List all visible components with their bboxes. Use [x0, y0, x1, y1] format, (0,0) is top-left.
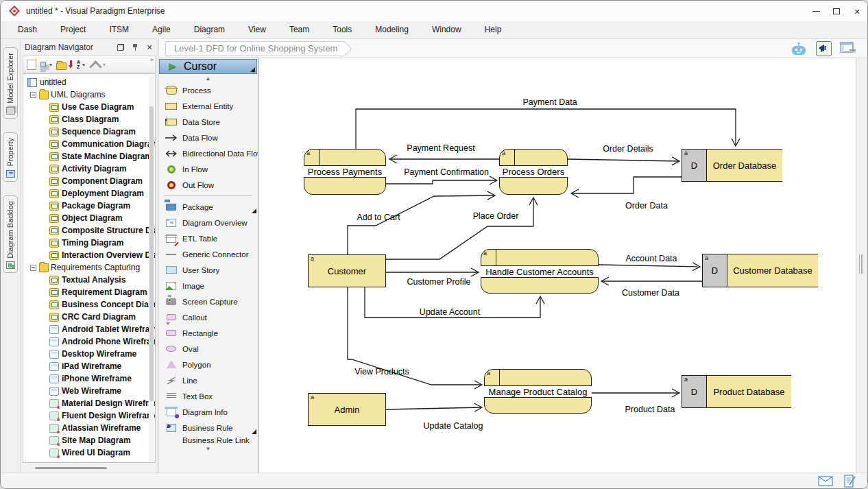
flow-label-add-to-cart[interactable]: Add to Cart — [357, 213, 400, 222]
flow-label-update-account[interactable]: Update Account — [420, 307, 480, 317]
datastore-customer-database[interactable]: aD Customer Database — [702, 254, 818, 287]
tree-item-use-case-diagram[interactable]: Use Case Diagram — [23, 101, 155, 113]
tree-item-requirement-diagram[interactable]: Requirement Diagram — [23, 286, 155, 298]
tree-item-root[interactable]: untitled — [23, 76, 155, 88]
tree-item-material-design-wireframe[interactable]: Material Design Wireframe — [23, 397, 155, 409]
palette-item-image[interactable]: Image — [158, 278, 258, 294]
sort-az-icon[interactable]: AZ — [69, 59, 80, 71]
ai-assistant-icon[interactable] — [790, 41, 808, 56]
flow-label-view-products[interactable]: View Products — [354, 367, 409, 377]
sort-dropdown-icon[interactable] — [82, 59, 87, 71]
flow-label-account-data[interactable]: Account Data — [625, 254, 677, 263]
menu-agile[interactable]: Agile — [141, 21, 182, 38]
tree-item-crc-card-diagram[interactable]: CRC Card Diagram — [23, 311, 155, 323]
pin-panel-icon[interactable] — [131, 43, 139, 51]
palette-item-generic-connector[interactable]: Generic Connector — [158, 246, 258, 262]
tree-item-business-concept-diagram[interactable]: Business Concept Diagram — [23, 298, 155, 311]
entity-customer[interactable]: a Customer — [308, 254, 386, 287]
flow-line-payment-confirmation[interactable] — [386, 180, 496, 184]
palette-item-data-flow[interactable]: Data Flow — [158, 130, 258, 145]
flow-label-customer-profile[interactable]: Customer Profile — [407, 277, 470, 287]
breadcrumb[interactable]: Level-1 DFD for Online Shopping System — [165, 41, 344, 56]
tree-hscrollbar-thumb[interactable] — [35, 467, 107, 469]
tree-item-package-diagram[interactable]: Package Diagram — [23, 200, 155, 212]
tree-vertical-scrollbar[interactable] — [149, 75, 154, 461]
tree-item-object-diagram[interactable]: Object Diagram — [23, 212, 155, 224]
tree-item-android-phone-wireframe[interactable]: Android Phone Wireframe — [23, 335, 155, 348]
menu-team[interactable]: Team — [278, 21, 321, 38]
tree-item-activity-diagram[interactable]: Activity Diagram — [23, 163, 155, 175]
tree-item-desktop-wireframe[interactable]: Desktop Wireframe — [23, 348, 155, 360]
menu-dash[interactable]: Dash — [6, 21, 49, 38]
tree-item-composite-structure-diagram[interactable]: Composite Structure Diagram — [23, 224, 155, 237]
palette-item-process[interactable]: Process — [158, 82, 258, 98]
menu-view[interactable]: View — [237, 21, 278, 38]
tree-item-class-diagram[interactable]: Class Diagram — [23, 113, 155, 126]
palette-item-user-story[interactable]: User Story — [158, 262, 258, 278]
menu-itsm[interactable]: ITSM — [97, 21, 141, 38]
maximize-button[interactable] — [826, 1, 847, 21]
tree-item-atlassian-wireframe[interactable]: Atlassian Wireframe — [23, 422, 155, 434]
flow-label-payment-data[interactable]: Payment Data — [522, 97, 577, 107]
flow-label-update-catalog[interactable]: Update Catalog — [424, 421, 483, 431]
tree-item-textual-analysis[interactable]: Textual Analysis — [23, 274, 155, 286]
model-structure-dropdown-icon[interactable] — [49, 59, 54, 71]
collapse-expander-icon[interactable] — [30, 265, 36, 271]
tab-model-explorer[interactable]: Model Explorer — [3, 47, 18, 119]
palette-item-out-flow[interactable]: Out Flow — [158, 177, 258, 193]
palette-item-text-box[interactable]: Text Box — [158, 388, 258, 404]
datastore-product-database[interactable]: aD Product Database — [682, 375, 791, 408]
new-diagram-icon[interactable] — [27, 60, 36, 70]
tree-item-iphone-wireframe[interactable]: iPhone Wireframe — [23, 372, 155, 385]
palette-item-business-rule[interactable]: Business Rule — [158, 420, 258, 436]
flow-label-order-data[interactable]: Order Data — [625, 201, 668, 211]
model-structure-icon[interactable] — [40, 62, 46, 67]
flow-line-update-catalog[interactable] — [386, 407, 481, 409]
announcement-icon[interactable] — [816, 41, 832, 56]
palette-item-diagram-info[interactable]: Diagram Info — [158, 404, 258, 420]
tree-item-deployment-diagram[interactable]: Deployment Diagram — [23, 187, 155, 200]
menu-window[interactable]: Window — [420, 21, 473, 38]
minimize-button[interactable] — [806, 1, 826, 21]
palette-item-external-entity[interactable]: External Entity — [158, 98, 258, 114]
process-handle-customer-accounts[interactable]: a Handle Customer Accounts — [481, 249, 599, 294]
tree-item-android-tablet-wireframe[interactable]: Android Tablet Wireframe — [23, 323, 155, 335]
flow-label-product-data[interactable]: Product Data — [625, 405, 675, 414]
tree-item-ipad-wireframe[interactable]: iPad Wireframe — [23, 360, 155, 372]
process-process-orders[interactable]: a Process Orders — [499, 149, 568, 195]
collapse-expander-icon[interactable] — [30, 92, 36, 98]
tree-folder-uml-diagrams[interactable]: UML Diagrams — [23, 88, 155, 101]
palette-item-cursor[interactable]: Cursor — [159, 59, 257, 74]
menu-help[interactable]: Help — [473, 21, 514, 38]
flow-label-order-details[interactable]: Order Details — [603, 144, 653, 154]
tree-item-web-wireframe[interactable]: Web Wireframe — [23, 385, 155, 397]
notes-icon[interactable] — [844, 475, 856, 488]
palette-item-polygon[interactable]: Polygon — [158, 357, 258, 372]
flow-label-place-order[interactable]: Place Order — [473, 211, 519, 221]
flow-line-add-to-cart[interactable] — [348, 195, 494, 254]
palette-item-in-flow[interactable]: In Flow — [158, 161, 258, 177]
palette-item-package[interactable]: Package — [158, 199, 258, 215]
tree-item-component-diagram[interactable]: Component Diagram — [23, 175, 155, 187]
diagram-canvas[interactable]: a Process Payments a Process Orders a Ha… — [258, 58, 856, 473]
tree-scrollbar-thumb[interactable] — [149, 106, 154, 401]
entity-admin[interactable]: a Admin — [308, 393, 386, 426]
datastore-order-database[interactable]: aD Order Database — [682, 149, 782, 182]
palette-collapse-up-icon[interactable] — [158, 74, 258, 82]
menu-diagram[interactable]: Diagram — [182, 21, 237, 38]
tree-item-sequence-diagram[interactable]: Sequence Diagram — [23, 126, 155, 138]
menu-modeling[interactable]: Modeling — [363, 21, 420, 38]
palette-item-rectangle[interactable]: Rectangle — [158, 325, 258, 341]
menu-project[interactable]: Project — [49, 21, 97, 38]
tab-property[interactable]: Property — [3, 132, 18, 182]
palette-item-screen-capture[interactable]: Screen Capture — [158, 294, 258, 309]
title-bar[interactable]: untitled * - Visual Paradigm Enterprise — [1, 1, 867, 21]
tree-item-site-map-diagram[interactable]: Site Map Diagram — [23, 434, 155, 446]
right-panel-splitter[interactable] — [856, 58, 867, 473]
flow-label-payment-request[interactable]: Payment Request — [407, 143, 474, 153]
collapse-dropdown-icon[interactable] — [103, 59, 108, 71]
process-manage-product-catalog[interactable]: a Manage Product Catalog — [484, 369, 592, 414]
tree-item-interaction-overview-diagram[interactable]: Interaction Overview Diagram — [23, 249, 155, 261]
panel-layout-icon[interactable] — [840, 42, 856, 55]
tree-folder-requirements-capturing[interactable]: Requirements Capturing — [23, 261, 155, 274]
